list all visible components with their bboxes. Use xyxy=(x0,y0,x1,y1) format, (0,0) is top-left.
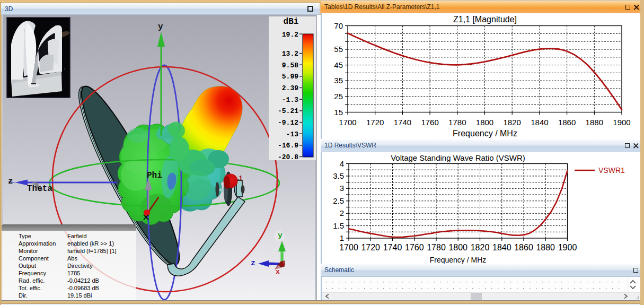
svg-text:35: 35 xyxy=(334,76,343,85)
svg-text:Frequency / MHz: Frequency / MHz xyxy=(430,256,487,264)
svg-text:9.58: 9.58 xyxy=(282,62,298,69)
svg-text:2.5: 2.5 xyxy=(333,196,344,205)
svg-text:-13: -13 xyxy=(286,130,299,138)
svg-text:55: 55 xyxy=(334,45,343,54)
svg-text:1700: 1700 xyxy=(339,243,358,252)
svg-text:2: 2 xyxy=(340,208,344,217)
svg-text:45: 45 xyxy=(334,60,343,69)
svg-text:1740: 1740 xyxy=(383,243,402,252)
svg-text:1700: 1700 xyxy=(339,118,356,127)
svg-text:Voltage Standing Wave Ratio (V: Voltage Standing Wave Ratio (VSWR) xyxy=(391,153,525,162)
svg-text:Frequency / MHz: Frequency / MHz xyxy=(453,129,517,138)
svg-text:dBi: dBi xyxy=(284,17,299,27)
svg-text:1: 1 xyxy=(340,233,344,242)
svg-text:1740: 1740 xyxy=(394,118,411,127)
svg-text:1820: 1820 xyxy=(504,118,521,127)
svg-text:1840: 1840 xyxy=(531,118,548,127)
svg-text:-5.21: -5.21 xyxy=(278,107,298,115)
svg-text:1820: 1820 xyxy=(471,243,490,252)
svg-text:1.5: 1.5 xyxy=(333,221,344,230)
svg-text:Z1,1 [Magnitude]: Z1,1 [Magnitude] xyxy=(453,15,517,24)
svg-text:1840: 1840 xyxy=(492,243,511,252)
svg-text:1860: 1860 xyxy=(558,118,576,127)
svg-text:4: 4 xyxy=(340,159,344,168)
svg-text:1880: 1880 xyxy=(536,243,555,252)
svg-text:13.2: 13.2 xyxy=(282,50,298,58)
svg-text:5.99: 5.99 xyxy=(282,73,298,81)
svg-text:70: 70 xyxy=(334,21,343,30)
svg-text:1900: 1900 xyxy=(613,118,630,127)
svg-text:1880: 1880 xyxy=(586,118,603,127)
svg-text:2.39: 2.39 xyxy=(282,84,298,92)
svg-text:-20.8: -20.8 xyxy=(278,153,298,160)
svg-text:VSWR1: VSWR1 xyxy=(598,166,625,175)
svg-text:3.5: 3.5 xyxy=(333,171,344,180)
svg-text:-9.12: -9.12 xyxy=(278,119,298,127)
svg-text:15: 15 xyxy=(334,108,343,117)
svg-text:1780: 1780 xyxy=(427,243,446,252)
svg-text:1760: 1760 xyxy=(421,118,438,127)
svg-text:1800: 1800 xyxy=(476,118,493,127)
svg-text:1720: 1720 xyxy=(366,118,384,127)
svg-text:1860: 1860 xyxy=(514,243,533,252)
svg-text:1780: 1780 xyxy=(448,118,466,127)
svg-text:-16.9: -16.9 xyxy=(278,142,298,150)
svg-text:25: 25 xyxy=(334,92,343,101)
svg-text:-1.3: -1.3 xyxy=(282,96,298,104)
svg-text:1900: 1900 xyxy=(558,243,577,252)
svg-text:1800: 1800 xyxy=(448,243,467,252)
svg-text:3: 3 xyxy=(340,184,344,193)
svg-text:1720: 1720 xyxy=(361,243,380,252)
svg-text:1760: 1760 xyxy=(405,243,424,252)
svg-text:19.2: 19.2 xyxy=(282,31,298,39)
